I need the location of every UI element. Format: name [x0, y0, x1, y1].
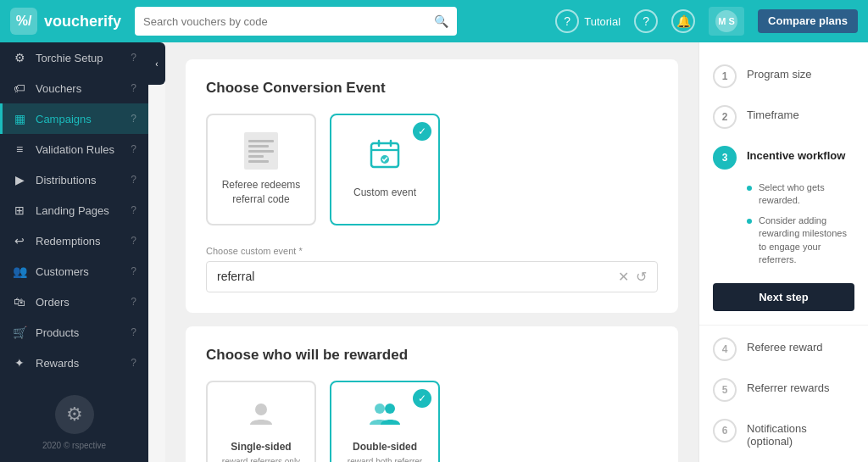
- step-4-number: 4: [713, 337, 737, 361]
- step-7: 7 Metadata (optional): [699, 456, 868, 462]
- conversion-section-title: Choose Conversion Event: [206, 80, 658, 97]
- search-bar[interactable]: 🔍: [135, 7, 457, 36]
- reward-section-title: Choose who will be rewarded: [206, 347, 658, 364]
- conversion-event-section: Choose Conversion Event: [186, 59, 678, 313]
- logo: %/ voucherify: [10, 8, 121, 35]
- step-divider: [699, 325, 868, 326]
- svg-point-10: [385, 404, 395, 414]
- header-right: ? Tutorial ? 🔔 M S Compare plans: [555, 7, 858, 36]
- sidebar-item-vouchers[interactable]: 🏷 Vouchers ?: [0, 73, 148, 103]
- sidebar-item-label: Vouchers: [36, 82, 81, 95]
- sidebar-help-icon[interactable]: ?: [131, 235, 136, 247]
- orders-icon: 🛍: [12, 295, 27, 309]
- header: %/ voucherify 🔍 ? Tutorial ? 🔔 M S Compa…: [0, 0, 868, 42]
- sidebar-item-label: Redemptions: [36, 235, 101, 248]
- step-6: 6 Notifications (optional): [699, 410, 868, 456]
- avatar-button[interactable]: M S: [709, 7, 744, 36]
- step-1-label: Program size: [747, 64, 812, 81]
- step-2-number: 2: [713, 105, 737, 129]
- sidebar-item-customers[interactable]: 👥 Customers ?: [0, 256, 148, 287]
- sidebar-item-rewards[interactable]: ✦ Rewards ?: [0, 348, 148, 378]
- tutorial-icon: ?: [555, 9, 579, 33]
- customers-icon: 👥: [12, 264, 27, 278]
- sidebar-help-icon[interactable]: ?: [131, 265, 136, 277]
- sidebar-item-label: Landing Pages: [36, 204, 109, 217]
- tutorial-button[interactable]: ? Tutorial: [555, 9, 620, 33]
- main-layout: ⚙ Torchie Setup ? 🏷 Vouchers ? ▦ Campaig…: [0, 42, 868, 462]
- sidebar-help-icon[interactable]: ?: [131, 296, 136, 308]
- step-1: 1 Program size: [699, 56, 868, 97]
- sidebar-help-icon[interactable]: ?: [131, 174, 136, 186]
- referee-redeems-card[interactable]: Referee redeems referral code: [206, 114, 316, 225]
- sidebar-item-validation-rules[interactable]: ≡ Validation Rules ?: [0, 134, 148, 164]
- double-sided-check: ✓: [413, 389, 431, 408]
- double-sided-card[interactable]: ✓ Double-sided reward both referrer and …: [330, 381, 440, 462]
- next-step-button[interactable]: Next step: [713, 283, 854, 311]
- search-icon[interactable]: 🔍: [434, 14, 448, 28]
- custom-event-check: ✓: [413, 122, 431, 141]
- compare-plans-button[interactable]: Compare plans: [758, 9, 858, 34]
- sidebar-item-landing-pages[interactable]: ⊞ Landing Pages ?: [0, 195, 148, 225]
- sidebar-item-torchie-setup[interactable]: ⚙ Torchie Setup ?: [0, 42, 148, 73]
- help-icon[interactable]: ?: [634, 9, 658, 33]
- sidebar-item-label: Customers: [36, 265, 89, 278]
- notifications-icon[interactable]: 🔔: [671, 9, 695, 33]
- sidebar-help-icon[interactable]: ?: [131, 357, 136, 369]
- landing-pages-icon: ⊞: [12, 203, 27, 217]
- search-input[interactable]: [143, 15, 434, 28]
- sidebar-footer-logo: ⚙: [55, 395, 94, 434]
- products-icon: 🛒: [12, 326, 27, 339]
- step-3: 3 Incentive workflow: [699, 137, 868, 178]
- sidebar-help-icon[interactable]: ?: [131, 113, 136, 125]
- logo-icon: %/: [10, 8, 37, 35]
- sidebar-item-label: Distributions: [36, 174, 97, 186]
- custom-event-input-wrap[interactable]: ✕ ↺: [206, 261, 658, 292]
- distributions-icon: ▶: [12, 173, 27, 186]
- custom-event-icon: [369, 138, 401, 177]
- double-sided-subtitle: reward both referrer and invited custome…: [345, 456, 425, 462]
- step-3-sub-2: Consider adding rewarding milestones to …: [747, 214, 854, 267]
- sidebar-help-icon[interactable]: ?: [131, 82, 136, 94]
- validation-rules-icon: ≡: [12, 142, 27, 156]
- reward-cards: Single-sided reward referrers only ✓: [206, 381, 658, 462]
- step-5-label: Referrer rewards: [747, 378, 830, 394]
- custom-event-input[interactable]: [217, 270, 611, 283]
- step-6-number: 6: [713, 419, 737, 443]
- sidebar-help-icon[interactable]: ?: [131, 52, 136, 64]
- sidebar-item-label: Campaigns: [36, 113, 92, 125]
- sidebar-item-products[interactable]: 🛒 Products ?: [0, 317, 148, 348]
- sidebar-item-redemptions[interactable]: ↩ Redemptions ?: [0, 225, 148, 256]
- step-3-sub-1-text: Select who gets rewarded.: [759, 181, 854, 208]
- sidebar-footer-text: 2020 © rspective: [42, 441, 106, 450]
- referee-redeems-icon: [244, 132, 278, 170]
- step-6-label: Notifications (optional): [747, 419, 854, 448]
- rewards-icon: ✦: [12, 356, 27, 370]
- avatar-initials: M S: [718, 16, 735, 26]
- sidebar-item-label: Orders: [36, 296, 70, 309]
- custom-event-section: Choose custom event * ✕ ↺: [206, 246, 658, 292]
- sidebar-item-distributions[interactable]: ▶ Distributions ?: [0, 164, 148, 195]
- sidebar-footer: ⚙ 2020 © rspective: [0, 383, 148, 462]
- referee-redeems-label: Referee redeems referral code: [221, 178, 301, 207]
- svg-point-8: [255, 404, 267, 415]
- torchie-setup-icon: ⚙: [12, 51, 27, 64]
- single-sided-card[interactable]: Single-sided reward referrers only: [206, 381, 316, 462]
- right-panel: 1 Program size 2 Timeframe 3 Incentive w…: [698, 42, 868, 462]
- sidebar-help-icon[interactable]: ?: [131, 326, 136, 338]
- sidebar-collapse-button[interactable]: ‹: [148, 42, 165, 85]
- refresh-input-button[interactable]: ↺: [636, 269, 647, 285]
- sidebar-item-orders[interactable]: 🛍 Orders ?: [0, 287, 148, 317]
- sidebar-item-campaigns[interactable]: ▦ Campaigns ?: [0, 103, 148, 134]
- redemptions-icon: ↩: [12, 234, 27, 248]
- step-dot: [747, 186, 752, 191]
- campaigns-icon: ▦: [12, 112, 27, 125]
- single-sided-title: Single-sided: [231, 441, 291, 453]
- clear-input-button[interactable]: ✕: [618, 269, 629, 285]
- single-sided-subtitle: reward referrers only: [222, 456, 300, 462]
- sidebar-help-icon[interactable]: ?: [131, 204, 136, 216]
- sidebar-help-icon[interactable]: ?: [131, 143, 136, 155]
- custom-event-card[interactable]: ✓: [330, 114, 440, 225]
- reward-section: Choose who will be rewarded Single-sided…: [186, 326, 678, 462]
- sidebar-item-label: Torchie Setup: [36, 52, 103, 64]
- event-cards: Referee redeems referral code ✓: [206, 114, 658, 225]
